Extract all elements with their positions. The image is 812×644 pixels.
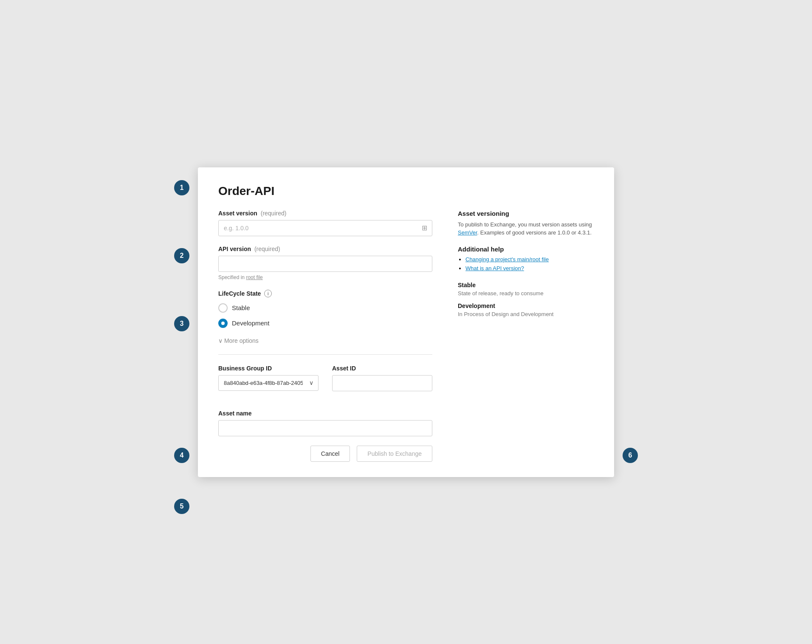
radio-stable-label: Stable <box>232 304 250 311</box>
section-divider <box>218 354 432 355</box>
lifecycle-radio-group: Stable Development <box>218 303 432 328</box>
business-group-id-label: Business Group ID <box>218 365 319 372</box>
help-title: Additional help <box>458 246 594 253</box>
business-group-id-field: Business Group ID 8a840abd-e63a-4f8b-87a… <box>218 365 319 391</box>
help-link-2[interactable]: What is an API version? <box>465 265 594 271</box>
help-link-1[interactable]: Changing a project's main/root file <box>465 256 594 263</box>
development-state-desc: In Process of Design and Development <box>458 311 594 317</box>
dialog-title: Order-API <box>218 184 594 198</box>
asset-version-label: Asset version (required) <box>218 210 432 217</box>
more-options-section: Business Group ID 8a840abd-e63a-4f8b-87a… <box>218 365 432 436</box>
step-badge-4: 4 <box>174 448 189 463</box>
business-group-id-select-wrapper: 8a840abd-e63a-4f8b-87ab-24052eda2017 ∨ <box>218 375 319 391</box>
radio-stable-circle[interactable] <box>218 303 228 313</box>
asset-id-field: Asset ID order-api <box>332 365 432 391</box>
radio-development[interactable]: Development <box>218 319 432 328</box>
asset-version-input-wrapper: ⊞ <box>218 220 432 236</box>
lifecycle-info-icon[interactable]: i <box>264 290 272 297</box>
asset-name-input[interactable]: Order-API <box>218 420 432 436</box>
api-version-field: API version (required) v1 Specified in r… <box>218 246 432 280</box>
help-link-2-anchor[interactable]: What is an API version? <box>465 265 524 271</box>
dialog-footer: Cancel Publish to Exchange <box>218 446 432 462</box>
step-badge-2: 2 <box>174 248 189 263</box>
stable-state-title: Stable <box>458 282 594 288</box>
asset-version-input[interactable] <box>218 220 432 236</box>
api-version-input[interactable]: v1 <box>218 256 432 272</box>
asset-name-label: Asset name <box>218 410 432 417</box>
left-column: Asset version (required) ⊞ API version (… <box>218 210 432 462</box>
semver-link[interactable]: SemVer <box>458 229 477 236</box>
development-state-title: Development <box>458 302 594 309</box>
lifecycle-field: LifeCycle State i Stable Development <box>218 290 432 328</box>
step-badge-6: 6 <box>623 448 638 463</box>
more-options-toggle[interactable]: ∨ More options <box>218 337 432 344</box>
radio-stable[interactable]: Stable <box>218 303 432 313</box>
business-group-id-select[interactable]: 8a840abd-e63a-4f8b-87ab-24052eda2017 <box>218 375 319 391</box>
asset-id-label: Asset ID <box>332 365 432 372</box>
api-version-label: API version (required) <box>218 246 432 252</box>
asset-id-input[interactable]: order-api <box>332 375 432 391</box>
stable-state-desc: State of release, ready to consume <box>458 290 594 297</box>
help-links-list: Changing a project's main/root file What… <box>458 256 594 271</box>
radio-development-circle[interactable] <box>218 319 228 328</box>
asset-name-field: Asset name Order-API <box>218 410 432 436</box>
versioning-text: To publish to Exchange, you must version… <box>458 220 594 237</box>
api-version-hint: Specified in root file <box>218 274 432 280</box>
right-column: Asset versioning To publish to Exchange,… <box>458 210 594 462</box>
step-badge-3: 3 <box>174 316 189 331</box>
version-icon: ⊞ <box>422 224 427 232</box>
asset-version-field: Asset version (required) ⊞ <box>218 210 432 236</box>
publish-dialog: Order-API Asset version (required) ⊞ <box>198 167 614 477</box>
cancel-button[interactable]: Cancel <box>310 446 350 462</box>
step-badge-1: 1 <box>174 180 189 195</box>
versioning-title: Asset versioning <box>458 210 594 217</box>
radio-development-label: Development <box>232 319 269 327</box>
help-link-1-anchor[interactable]: Changing a project's main/root file <box>465 256 549 263</box>
root-file-link[interactable]: root file <box>246 274 262 280</box>
lifecycle-label: LifeCycle State i <box>218 290 432 297</box>
extra-fields-row: Business Group ID 8a840abd-e63a-4f8b-87a… <box>218 365 432 401</box>
step-badge-5: 5 <box>174 499 189 514</box>
publish-button[interactable]: Publish to Exchange <box>357 446 432 462</box>
